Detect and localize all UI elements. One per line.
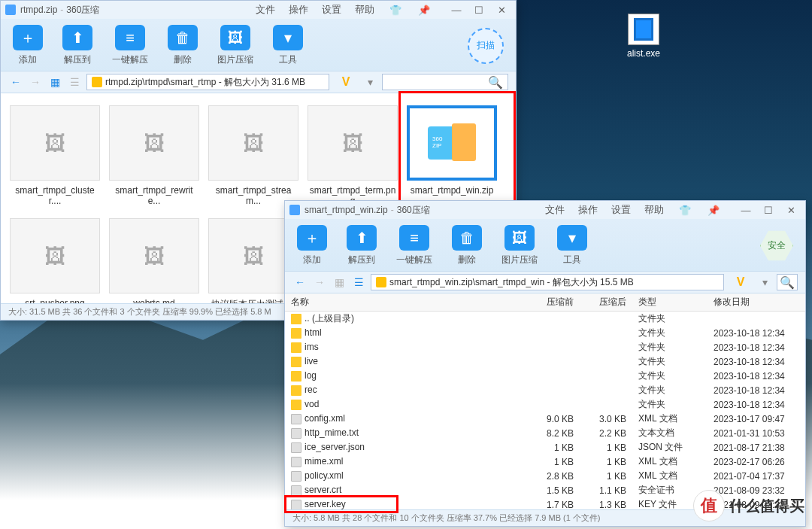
thumb-item[interactable]: 🖼smart_rtmpd_cluster.... <box>7 102 103 209</box>
add-button[interactable]: ＋添加 <box>297 225 327 266</box>
forward-button[interactable]: → <box>28 74 43 90</box>
minimize-button[interactable]: — <box>447 2 466 17</box>
list-row[interactable]: server.key1.7 KB1.3 KBKEY 文件2021-08-09 2… <box>285 497 805 509</box>
row-type: 安全证书 <box>632 484 707 497</box>
row-name: ims <box>304 342 319 352</box>
dropdown-v[interactable]: V <box>729 275 753 289</box>
list-header[interactable]: 名称 压缩前 压缩后 类型 修改日期 <box>285 293 805 312</box>
list-row[interactable]: policy.xml2.8 KB1 KBXML 文档2021-07-04 17:… <box>285 469 805 483</box>
extract-button[interactable]: ⬆解压到 <box>62 25 92 66</box>
col-date[interactable]: 修改日期 <box>707 296 805 309</box>
title-file: rtmpd.zip <box>20 5 57 15</box>
row-type: XML 文档 <box>632 455 707 468</box>
desktop-icon-alist[interactable]: alist.exe <box>627 14 660 59</box>
view-large-icon[interactable]: ▦ <box>332 275 347 290</box>
menu-settings[interactable]: 设置 <box>322 3 341 17</box>
dropdown-v[interactable]: V <box>334 75 358 89</box>
back-button[interactable]: ← <box>8 74 23 90</box>
thumb-item[interactable]: 360ZIP smart_rtmpd_win.zip <box>404 102 500 209</box>
oneclick-button[interactable]: ≡一键解压 <box>396 225 432 266</box>
view-list-icon[interactable]: ☰ <box>67 74 82 90</box>
menu-help[interactable]: 帮助 <box>355 3 374 17</box>
search-input[interactable]: 🔍 <box>382 74 508 90</box>
menu-operate[interactable]: 操作 <box>289 3 308 17</box>
trash-icon: 🗑 <box>168 25 198 50</box>
image-icon: 🖼 <box>504 225 535 251</box>
list-row[interactable]: .. (上级目录)文件夹 <box>285 312 805 326</box>
row-after: 2.2 KB <box>580 428 632 439</box>
list-row[interactable]: server.crt1.5 KB1.1 KB安全证书2021-08-09 23:… <box>285 483 805 497</box>
row-after: 1 KB <box>580 442 632 453</box>
menu-help[interactable]: 帮助 <box>644 203 664 217</box>
minimize-button[interactable]: — <box>736 202 756 217</box>
imgcompress-button[interactable]: 🖼图片压缩 <box>217 25 253 66</box>
list-row[interactable]: mime.xml1 KB1 KBXML 文档2023-02-17 06:26 <box>285 455 805 469</box>
row-after: 3.0 KB <box>580 414 632 424</box>
pin-icon[interactable]: 📌 <box>706 202 721 217</box>
list-row[interactable]: ims文件夹2023-10-18 12:34 <box>285 340 805 354</box>
extract-button[interactable]: ⬆解压到 <box>347 225 377 266</box>
row-type: 文件夹 <box>632 312 707 325</box>
row-date: 2021-01-31 10:53 <box>707 428 805 439</box>
thumb-item[interactable]: 🖼smart_rtmpd_stream... <box>205 102 301 209</box>
list-row[interactable]: config.xml9.0 KB3.0 KBXML 文档2023-10-17 0… <box>285 412 805 426</box>
chevron-down-icon[interactable]: ▾ <box>362 74 377 90</box>
view-list-icon[interactable]: ☰ <box>351 275 366 290</box>
title-app: 360压缩 <box>397 204 430 217</box>
menu-settings[interactable]: 设置 <box>611 203 631 217</box>
row-date: 2021-08-09 23:32 <box>707 500 805 510</box>
menu-operate[interactable]: 操作 <box>578 203 598 217</box>
scan-badge[interactable]: 扫描 <box>468 28 504 64</box>
tools-button[interactable]: ▾工具 <box>557 225 587 266</box>
row-date: 2023-10-18 12:34 <box>707 385 805 396</box>
forward-button[interactable]: → <box>312 275 327 290</box>
close-button[interactable]: ✕ <box>781 202 801 217</box>
thumb-item[interactable]: 🖼srt_pusher.png <box>7 215 103 303</box>
delete-button[interactable]: 🗑删除 <box>452 225 482 266</box>
delete-button[interactable]: 🗑删除 <box>168 25 198 66</box>
list-row[interactable]: live文件夹2023-10-18 12:34 <box>285 354 805 369</box>
add-button[interactable]: ＋添加 <box>13 25 43 66</box>
thumb-label: smart_rtmpd_win.zip <box>411 185 494 196</box>
list-row[interactable]: http_mime.txt8.2 KB2.2 KB文本文档2021-01-31 … <box>285 426 805 440</box>
oneclick-button[interactable]: ≡一键解压 <box>112 25 148 66</box>
path-input[interactable]: rtmpd.zip\rtmpd\smart_rtmp - 解包大小为 31.6 … <box>86 74 329 90</box>
maximize-button[interactable]: ☐ <box>759 202 778 217</box>
row-name: http_mime.txt <box>304 427 359 438</box>
menu-file[interactable]: 文件 <box>256 3 275 17</box>
imgcompress-button[interactable]: 🖼图片压缩 <box>501 225 538 266</box>
tools-button[interactable]: ▾工具 <box>273 25 303 66</box>
row-name: vod <box>304 399 319 409</box>
menu-file[interactable]: 文件 <box>545 203 565 217</box>
col-name[interactable]: 名称 <box>285 296 527 309</box>
row-after: 1.1 KB <box>580 485 632 496</box>
list-row[interactable]: ice_server.json1 KB1 KBJSON 文件2021-08-17… <box>285 440 805 455</box>
coat-icon[interactable]: 👕 <box>388 2 403 17</box>
safe-badge[interactable]: 安全 <box>760 230 793 263</box>
view-large-icon[interactable]: ▦ <box>47 74 62 90</box>
thumb-item[interactable]: 🖼webrtc.md <box>106 215 202 303</box>
list-row[interactable]: rec文件夹2023-10-18 12:34 <box>285 383 805 397</box>
path-input[interactable]: smart_rtmpd_win.zip\smart_rtmpd_win - 解包… <box>371 274 724 290</box>
titlebar[interactable]: rtmpd.zip - 360压缩 文件 操作 设置 帮助 👕 📌 — ☐ ✕ <box>1 1 516 19</box>
list-row[interactable]: html文件夹2023-10-18 12:34 <box>285 326 805 340</box>
pin-icon[interactable]: 📌 <box>417 2 432 17</box>
col-type[interactable]: 类型 <box>632 296 707 309</box>
thumb-item[interactable]: 🖼smart_rtmpd_term.png <box>304 102 401 209</box>
maximize-button[interactable]: ☐ <box>469 2 489 17</box>
thumb-item[interactable]: 🖼smart_rtmpd_rewrite... <box>106 102 202 209</box>
coat-icon[interactable]: 👕 <box>677 202 692 217</box>
exe-icon <box>628 14 659 45</box>
chevron-down-icon[interactable]: ▾ <box>757 275 772 290</box>
col-after[interactable]: 压缩后 <box>580 296 632 309</box>
col-before[interactable]: 压缩前 <box>527 296 580 309</box>
list-row[interactable]: vod文件夹2023-10-18 12:34 <box>285 397 805 412</box>
back-button[interactable]: ← <box>292 275 308 290</box>
window-360zip-smart-rtmpd-win: smart_rtmpd_win.zip - 360压缩 文件 操作 设置 帮助 … <box>284 200 806 527</box>
list-row[interactable]: log文件夹2023-10-18 12:34 <box>285 369 805 383</box>
titlebar[interactable]: smart_rtmpd_win.zip - 360压缩 文件 操作 设置 帮助 … <box>285 201 805 219</box>
close-button[interactable]: ✕ <box>492 2 511 17</box>
file-list[interactable]: 名称 压缩前 压缩后 类型 修改日期 .. (上级目录)文件夹html文件夹20… <box>285 293 805 509</box>
search-button[interactable]: 🔍 <box>777 274 798 290</box>
row-before: 2.8 KB <box>527 471 580 482</box>
